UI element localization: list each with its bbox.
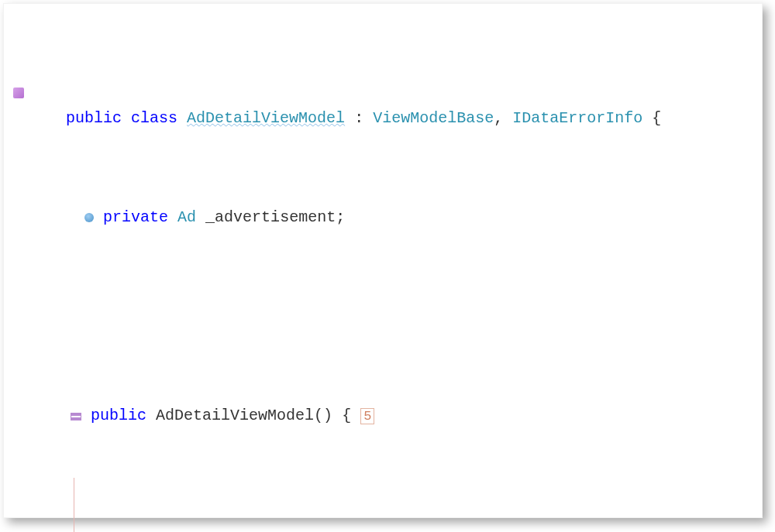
code-block: public class AdDetailViewModel : ViewMod…	[9, 7, 757, 532]
code-editor-view[interactable]: public class AdDetailViewModel : ViewMod…	[3, 3, 763, 518]
interface-type: IDataErrorInfo	[512, 109, 642, 127]
code-line: public class AdDetailViewModel : ViewMod…	[9, 81, 757, 106]
keyword-public: public	[66, 109, 122, 127]
class-icon	[13, 88, 24, 98]
field-name: _advertisement	[205, 208, 336, 226]
keyword-public: public	[91, 407, 146, 424]
colon: :	[345, 109, 373, 127]
code-line: _advertisement = new Ad();	[9, 478, 757, 503]
comma: ,	[494, 109, 512, 127]
brace-open: {	[642, 109, 661, 127]
field-icon	[84, 213, 94, 222]
keyword-class: class	[131, 109, 177, 127]
code-line: private Ad _advertisement;	[9, 180, 757, 205]
code-line: public AdDetailViewModel() { 5	[9, 379, 757, 403]
type-ad: Ad	[177, 208, 196, 226]
paren-empty: ()	[314, 407, 332, 424]
method-icon	[71, 413, 81, 420]
ctor-name: AdDetailViewModel	[156, 407, 314, 424]
usage-count-badge[interactable]: 5	[360, 408, 374, 424]
semicolon: ;	[336, 208, 345, 226]
base-type: ViewModelBase	[373, 109, 494, 127]
class-name: AdDetailViewModel	[187, 109, 345, 127]
keyword-private: private	[103, 208, 168, 226]
code-blank	[9, 280, 757, 304]
